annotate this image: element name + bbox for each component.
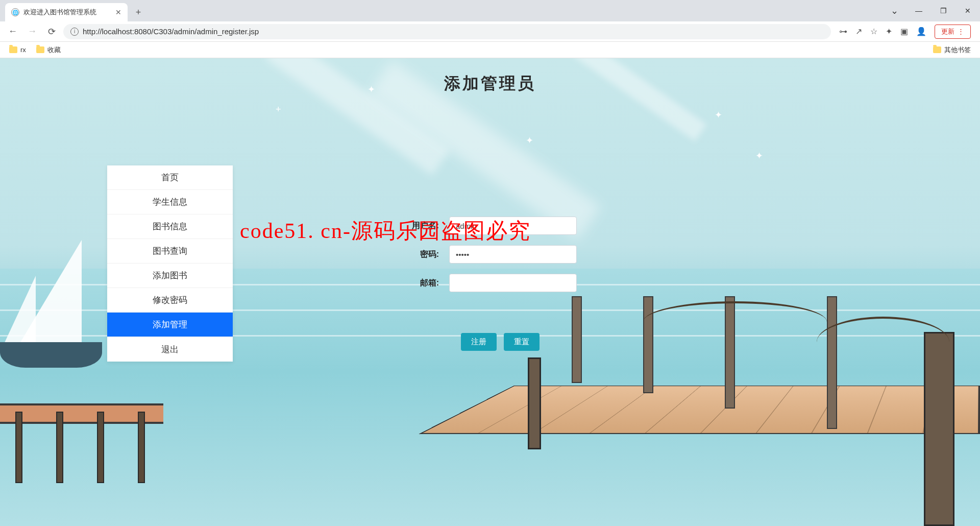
share-icon[interactable]: ↗ xyxy=(855,27,862,36)
maximize-button[interactable]: ❐ xyxy=(931,3,955,19)
new-tab-button[interactable]: + xyxy=(131,5,146,20)
sidebar-item-change-password[interactable]: 修改密码 xyxy=(107,288,233,313)
page-title: 添加管理员 xyxy=(444,73,536,95)
back-button[interactable]: ← xyxy=(5,24,20,39)
bookmarks-bar: rx 收藏 其他书签 xyxy=(0,42,980,58)
star-icon[interactable]: ☆ xyxy=(870,27,877,36)
sidebar-item-add-admin[interactable]: 添加管理 xyxy=(107,313,233,337)
watermark-text: code51. cn-源码乐园盗图必究 xyxy=(240,217,531,245)
info-icon[interactable]: i xyxy=(70,28,79,36)
folder-icon xyxy=(933,46,941,53)
bookmark-label: 其他书签 xyxy=(944,45,971,55)
password-input[interactable] xyxy=(449,245,577,264)
dropdown-icon[interactable]: ⌄ xyxy=(882,3,906,19)
toolbar-icons: ⊶ ↗ ☆ ✦ ▣ 👤 更新 ⋮ xyxy=(835,25,975,39)
sidebar-item-logout[interactable]: 退出 xyxy=(107,337,233,362)
other-bookmarks[interactable]: 其他书签 xyxy=(933,45,971,55)
folder-icon xyxy=(9,46,17,53)
panel-icon[interactable]: ▣ xyxy=(900,27,908,36)
sidebar-item-books[interactable]: 图书信息 xyxy=(107,214,233,239)
email-label: 邮箱: xyxy=(383,278,449,289)
form-buttons: 注册 重置 xyxy=(424,333,577,351)
update-button[interactable]: 更新 ⋮ xyxy=(935,25,971,39)
window-controls: ⌄ — ❐ ✕ xyxy=(882,0,980,21)
folder-icon xyxy=(36,46,44,53)
profile-icon[interactable]: 👤 xyxy=(916,27,926,36)
submit-button[interactable]: 注册 xyxy=(461,333,497,351)
password-label: 密码: xyxy=(383,249,449,260)
reload-button[interactable]: ⟳ xyxy=(44,24,59,39)
reset-button[interactable]: 重置 xyxy=(504,333,540,351)
page-viewport: ✦ ✦ ✦ ✦ + xyxy=(0,58,980,526)
form-row-email: 邮箱: xyxy=(383,274,577,292)
tab-title: 欢迎进入图书馆管理系统 xyxy=(23,8,96,17)
bookmark-rx[interactable]: rx xyxy=(9,46,26,54)
browser-tab[interactable]: 🌐 欢迎进入图书馆管理系统 ✕ xyxy=(5,3,128,21)
bookmark-favorites[interactable]: 收藏 xyxy=(36,45,61,55)
sidebar-item-home[interactable]: 首页 xyxy=(107,165,233,190)
browser-tab-bar: 🌐 欢迎进入图书馆管理系统 ✕ + ⌄ — ❐ ✕ xyxy=(0,0,980,21)
bookmark-label: rx xyxy=(20,46,26,54)
key-icon[interactable]: ⊶ xyxy=(839,27,847,36)
sidebar-item-students[interactable]: 学生信息 xyxy=(107,190,233,214)
bookmark-label: 收藏 xyxy=(47,45,61,55)
sidebar-nav: 首页 学生信息 图书信息 图书查询 添加图书 修改密码 添加管理 退出 xyxy=(107,165,233,362)
extensions-icon[interactable]: ✦ xyxy=(886,27,892,36)
url-text: http://localhost:8080/C303/admin/admin_r… xyxy=(83,27,259,36)
sidebar-item-search[interactable]: 图书查询 xyxy=(107,239,233,264)
forward-button[interactable]: → xyxy=(24,24,40,39)
email-input[interactable] xyxy=(449,274,577,292)
url-bar[interactable]: i http://localhost:8080/C303/admin/admin… xyxy=(63,24,831,39)
globe-icon: 🌐 xyxy=(11,8,19,16)
browser-toolbar: ← → ⟳ i http://localhost:8080/C303/admin… xyxy=(0,21,980,42)
sidebar-item-add-book[interactable]: 添加图书 xyxy=(107,264,233,288)
minimize-button[interactable]: — xyxy=(906,3,931,19)
close-icon[interactable]: ✕ xyxy=(115,8,121,16)
form-row-password: 密码: xyxy=(383,245,577,264)
close-window-button[interactable]: ✕ xyxy=(955,3,980,19)
